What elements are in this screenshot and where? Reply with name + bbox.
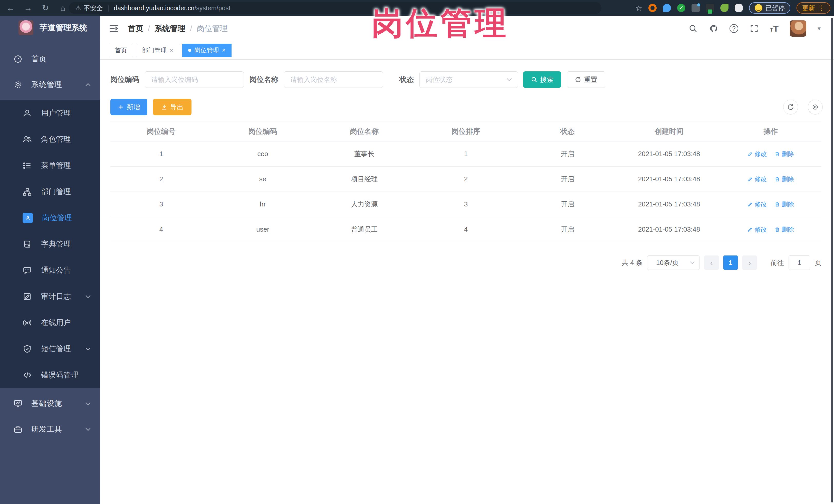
app-title: 芋道管理系统 [40,22,87,33]
post-code-input[interactable] [145,71,244,88]
sidebar-item-user-management[interactable]: 用户管理 [0,100,100,126]
sidebar-item-home[interactable]: 首页 [0,46,100,72]
sidebar-item-label: 字典管理 [41,239,71,249]
refresh-table-button[interactable] [783,100,798,114]
export-button[interactable]: 导出 [153,99,192,115]
sidebar-item-sms-management[interactable]: 短信管理 [0,336,100,362]
col-header-status: 状态 [517,127,618,136]
prev-page-button[interactable]: ‹ [704,256,719,270]
app-logo-row[interactable]: 芋道管理系统 [0,16,100,40]
cell-created: 2021-01-05 17:03:48 [618,225,720,234]
delete-link[interactable]: 删除 [774,200,794,209]
edit-link[interactable]: 修改 [747,225,767,234]
sidebar-item-dev-tools[interactable]: 研发工具 [0,416,100,442]
sidebar-item-system-management[interactable]: 系统管理 [0,72,100,97]
tab-home[interactable]: 首页 [109,44,133,57]
paused-badge[interactable]: 已暂停 [749,2,790,14]
org-tree-icon [23,187,32,196]
browser-forward-button[interactable]: → [23,3,33,13]
delete-link[interactable]: 删除 [774,175,794,183]
sidebar-item-role-management[interactable]: 角色管理 [0,126,100,153]
delete-link[interactable]: 删除 [774,225,794,234]
browser-update-button[interactable]: 更新 ⋮ [796,2,830,14]
post-name-input[interactable] [284,71,383,88]
browser-refresh-button[interactable]: ↻ [41,3,50,13]
bookmark-star-icon[interactable]: ☆ [635,4,642,13]
table-row: 3 hr 人力资源 3 开启 2021-01-05 17:03:48 修改 删除 [110,192,821,217]
chevron-down-icon [689,260,695,265]
page-size-value: 10条/页 [656,258,679,267]
next-page-button[interactable]: › [742,256,757,270]
avatar[interactable] [790,20,806,37]
address-bar[interactable]: ⚠ 不安全 | dashboard.yudao.iocoder.cn /syst… [69,2,601,14]
github-icon[interactable] [709,24,718,33]
page-1-button[interactable]: 1 [723,256,738,270]
extension-icon-sliders[interactable] [692,4,700,12]
browser-back-button[interactable]: ← [6,3,16,13]
sidebar-toggle-icon[interactable] [108,23,119,34]
goto-page-input[interactable] [789,256,810,270]
page-size-select[interactable]: 10条/页 [647,256,700,270]
extension-icon-green-check[interactable]: ✓ [677,4,685,12]
sidebar-item-errorcode-management[interactable]: 错误码管理 [0,362,100,388]
col-header-post-name: 岗位名称 [313,127,415,136]
kebab-menu-icon[interactable]: ⋮ [818,5,825,11]
sidebar-item-infrastructure[interactable]: 基础设施 [0,391,100,416]
sidebar-item-online-users[interactable]: 在线用户 [0,310,100,336]
breadcrumb-separator: / [190,24,192,33]
extension-icon-orange-ring[interactable] [649,4,657,12]
sidebar-item-label: 菜单管理 [41,160,71,171]
cell-status: 开启 [517,200,618,209]
browser-home-button[interactable]: ⌂ [58,3,68,13]
extension-icon-blue-pin[interactable] [663,4,671,12]
column-settings-button[interactable] [808,100,823,114]
cell-post-name: 普通员工 [313,225,415,234]
reset-button[interactable]: 重置 [567,71,605,88]
status-label: 状态 [399,75,414,85]
search-icon[interactable] [688,24,698,33]
sidebar-item-dict-management[interactable]: 字典管理 [0,231,100,257]
edit-link[interactable]: 修改 [747,175,767,183]
extension-icon-leaf[interactable] [720,4,728,12]
status-select[interactable]: 岗位状态 [419,71,518,88]
security-label: 不安全 [84,4,103,12]
plus-icon [117,104,124,110]
add-button[interactable]: 新增 [110,99,147,115]
sidebar-item-notice[interactable]: 通知公告 [0,257,100,283]
sidebar-item-menu-management[interactable]: 菜单管理 [0,153,100,179]
breadcrumb-system[interactable]: 系统管理 [155,23,185,34]
col-header-created: 创建时间 [618,127,720,136]
edit-link[interactable]: 修改 [747,150,767,158]
search-button[interactable]: 搜索 [523,71,561,88]
col-header-post-code: 岗位编码 [212,127,314,136]
edit-link[interactable]: 修改 [747,200,767,209]
font-size-icon[interactable]: TT [770,24,778,34]
tab-close-icon[interactable]: × [170,47,173,54]
breadcrumb-current: 岗位管理 [197,23,228,34]
page-scrollbar[interactable] [831,18,833,502]
extensions-puzzle-icon[interactable] [735,4,743,12]
delete-link[interactable]: 删除 [774,150,794,158]
tab-post-management[interactable]: 岗位管理 × [182,44,232,57]
trash-icon [774,227,780,232]
tab-close-icon[interactable]: × [222,47,226,54]
sidebar-item-audit-log[interactable]: 审计日志 [0,283,100,310]
cell-post-id: 1 [110,150,212,158]
tab-dept-management[interactable]: 部门管理 × [136,44,179,57]
edit-pencil-icon [747,176,753,182]
sidebar-item-post-management[interactable]: 岗位管理 [0,205,100,231]
fullscreen-icon[interactable] [749,24,759,33]
page-unit-label: 页 [815,258,821,267]
sidebar-item-label: 短信管理 [41,344,71,354]
browser-toolbar: ← → ↻ ⌂ ⚠ 不安全 | dashboard.yudao.iocoder.… [0,0,834,16]
help-icon[interactable]: ? [729,24,738,33]
sidebar-item-dept-management[interactable]: 部门管理 [0,179,100,205]
caret-down-icon[interactable]: ▾ [817,25,821,32]
list-icon [23,161,32,170]
extension-icon-tag-manager[interactable] [706,4,714,12]
sidebar-item-label: 错误码管理 [41,370,78,380]
cell-post-id: 3 [110,200,212,208]
breadcrumb-home[interactable]: 首页 [128,23,143,34]
reset-button-label: 重置 [584,75,597,84]
url-path: /system/post [194,4,230,12]
